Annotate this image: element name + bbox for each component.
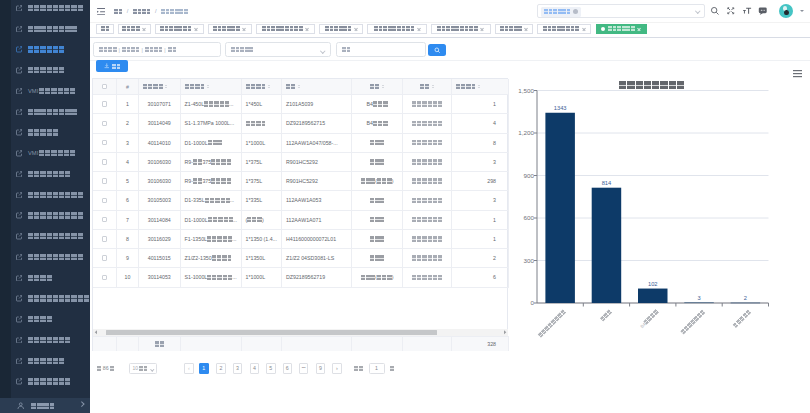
svg-text:1343: 1343 [554,104,567,110]
svg-text:0: 0 [531,299,535,306]
svg-text:814: 814 [602,179,612,185]
svg-text:600: 600 [524,214,535,221]
svg-text:2: 2 [744,294,747,300]
svg-text:1,200: 1,200 [518,129,534,136]
svg-text:102: 102 [648,280,658,286]
svg-text:900: 900 [524,171,535,178]
svg-text:1,500: 1,500 [518,86,534,93]
svg-text:3: 3 [697,294,700,300]
svg-text:300: 300 [524,256,535,263]
